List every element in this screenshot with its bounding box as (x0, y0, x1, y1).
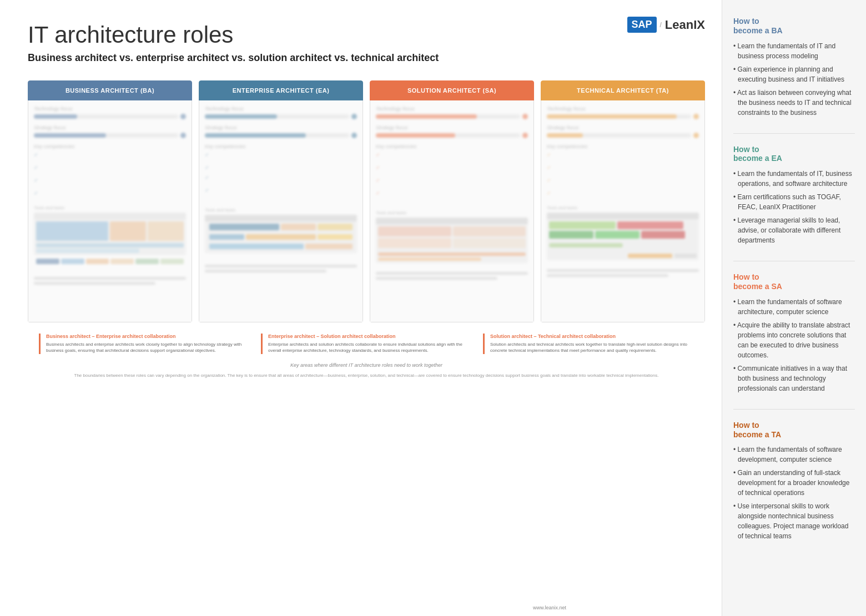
sidebar-section-ea: How to become a EA Learn the fundamental… (733, 145, 855, 246)
competencies-ba: Key competencies ✓ ✓ ✓ (34, 144, 186, 200)
overlap-title-2: Solution architect – Technical architect… (490, 334, 688, 339)
sidebar-ba-item-0: Learn the fundamentals of IT and busines… (733, 41, 855, 61)
strat-focus-ta: Strategy focus (547, 125, 699, 138)
bottom-card-1: Enterprise architect – Solution architec… (261, 334, 472, 354)
role-card-ea: Enterprise architect (EA) Technology foc… (199, 80, 363, 322)
competencies-ta: Key competencies ✓ ✓ ✓ (547, 144, 699, 200)
page-title: IT architecture roles (28, 22, 705, 48)
sidebar-title-sa: How to become a SA (733, 272, 855, 291)
overlap-title-0: Business architect – Enterprise architec… (46, 334, 244, 339)
overlap-text-2: Solution architects and technical archit… (490, 341, 688, 354)
sidebar-divider-3 (733, 409, 855, 410)
bottom-note: Key areas where different IT architectur… (28, 362, 705, 368)
sidebar-section-ta: How to become a TA Learn the fundamental… (733, 421, 855, 542)
sap-logo: SAP (627, 17, 657, 33)
bottom-full-text: The boundaries between these roles can v… (28, 372, 705, 379)
sidebar-sa-item-2: Communicate initiatives in a way that bo… (733, 363, 855, 393)
sidebar-divider-1 (733, 133, 855, 134)
role-header-ba: Business architect (BA) (28, 80, 192, 100)
sidebar-ea-item-2: Leverage managerial skills to lead, advi… (733, 215, 855, 245)
overlap-text-1: Enterprise architects and solution archi… (268, 341, 466, 354)
sidebar-section-ba: How to become a BA Learn the fundamental… (733, 17, 855, 118)
tools-ea: Tools and tasks (205, 208, 357, 272)
sidebar-section-sa: How to become a SA Learn the fundamental… (733, 272, 855, 393)
role-body-ta: Technology focus Strategy focus (541, 100, 705, 322)
bottom-card-2: Solution architect – Technical architect… (483, 334, 694, 354)
website-url: www.leanix.net (533, 605, 566, 610)
leanix-logo: LeanIX (665, 18, 705, 32)
strat-focus-sa: Strategy focus (376, 125, 528, 138)
sidebar-title-ea: How to become a EA (733, 145, 855, 164)
role-card-ba: Business architect (BA) Technology focus (28, 80, 192, 322)
sidebar: How to become a BA Learn the fundamental… (722, 0, 866, 616)
strat-focus-ba: Strategy focus (34, 125, 186, 138)
competencies-sa: Key competencies ✓ ✓ ✓ (376, 144, 528, 205)
overlap-text-0: Business architects and enterprise archi… (46, 341, 244, 354)
sidebar-sa-item-0: Learn the fundamentals of software archi… (733, 297, 855, 317)
page-subtitle: Business architect vs. enterprise archit… (28, 52, 705, 64)
logo-area: SAP / LeanIX (627, 17, 706, 33)
sidebar-title-ta: How to become a TA (733, 421, 855, 440)
tech-focus-ea: Technology focus (205, 106, 357, 119)
role-header-sa: Solution architect (SA) (370, 80, 534, 100)
sidebar-ea-item-1: Earn certifications such as TOGAF, FEAC,… (733, 192, 855, 212)
bottom-card-0: Business architect – Enterprise architec… (39, 334, 250, 354)
role-header-ea: Enterprise architect (EA) (199, 80, 363, 100)
role-body-ea: Technology focus Strategy focus (199, 100, 363, 322)
main-content: SAP / LeanIX IT architecture roles Busin… (0, 0, 722, 616)
tech-focus-ta: Technology focus (547, 106, 699, 119)
role-card-ta: Technical architect (TA) Technology focu… (541, 80, 705, 322)
sidebar-ba-item-1: Gain experience in planning and executin… (733, 64, 855, 84)
role-body-sa: Technology focus Strategy focus (370, 100, 534, 322)
tech-focus-ba: Technology focus (34, 106, 186, 119)
tools-ta: Tools and tasks (547, 205, 699, 277)
tools-ba: Tools and tasks (34, 205, 186, 285)
tools-sa: Tools and tasks (376, 210, 528, 280)
competencies-ea: Key competencies ✓ ✓ ✓ (205, 144, 357, 202)
overlap-title-1: Enterprise architect – Solution architec… (268, 334, 466, 339)
role-card-sa: Solution architect (SA) Technology focus (370, 80, 534, 322)
sidebar-title-ba: How to become a BA (733, 17, 855, 36)
bottom-section: Business architect – Enterprise architec… (28, 334, 705, 354)
tech-focus-sa: Technology focus (376, 106, 528, 119)
role-header-ta: Technical architect (TA) (541, 80, 705, 100)
sidebar-divider-2 (733, 261, 855, 261)
sidebar-ta-item-0: Learn the fundamentals of software devel… (733, 445, 855, 464)
roles-grid: Business architect (BA) Technology focus (28, 80, 705, 322)
sidebar-ta-item-2: Use interpersonal skills to work alongsi… (733, 501, 855, 541)
strat-focus-ea: Strategy focus (205, 125, 357, 138)
sidebar-sa-item-1: Acquire the ability to translate abstrac… (733, 320, 855, 360)
sidebar-ta-item-1: Gain an understanding of full-stack deve… (733, 468, 855, 498)
sidebar-ba-item-2: Act as liaison between conveying what th… (733, 88, 855, 118)
role-body-ba: Technology focus Strategy focus (28, 100, 192, 322)
sidebar-ea-item-0: Learn the fundamentals of IT, business o… (733, 169, 855, 189)
